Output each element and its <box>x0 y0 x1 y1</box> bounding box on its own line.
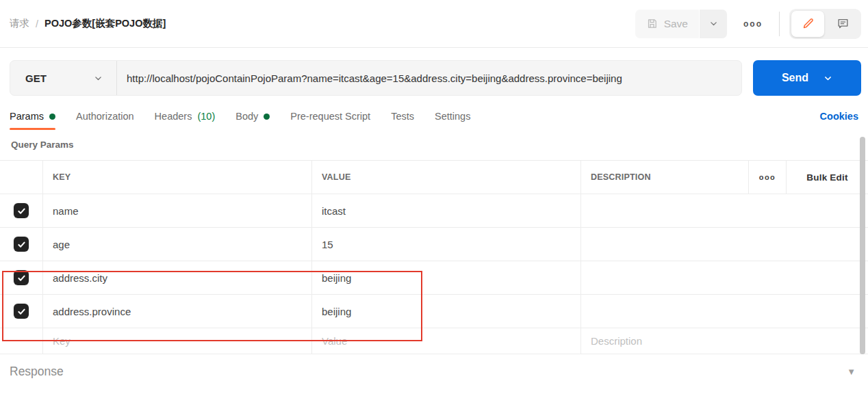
tab-body[interactable]: Body <box>235 111 270 130</box>
pencil-icon <box>802 17 815 30</box>
tab-authorization[interactable]: Authorization <box>76 111 134 130</box>
tab-settings-label: Settings <box>435 111 470 122</box>
response-heading: Response <box>10 365 64 379</box>
tab-pre-request-script[interactable]: Pre-request Script <box>290 111 370 130</box>
save-button-group: Save <box>635 10 727 38</box>
row-checkbox[interactable] <box>14 304 29 319</box>
params-more-options-button[interactable]: ooo <box>748 161 786 194</box>
column-header-value: VALUE <box>311 161 580 194</box>
tab-params[interactable]: Params <box>10 111 55 130</box>
url-input[interactable] <box>117 61 741 95</box>
param-value-cell[interactable]: 15 <box>311 228 580 261</box>
chevron-down-icon <box>824 74 832 83</box>
param-row-name: name itcast <box>0 194 868 228</box>
breadcrumb-separator: / <box>36 18 38 29</box>
query-params-heading: Query Params <box>11 140 858 150</box>
method-url-container: GET <box>10 60 742 96</box>
method-label: GET <box>25 72 47 84</box>
body-active-dot <box>264 114 270 120</box>
more-options-button[interactable]: ooo <box>737 14 769 34</box>
request-tabs: Params Authorization Headers (10) Body P… <box>10 111 858 130</box>
tab-authorization-label: Authorization <box>76 111 134 122</box>
vertical-scrollbar[interactable] <box>860 137 865 354</box>
tab-settings[interactable]: Settings <box>435 111 470 130</box>
tab-tests-label: Tests <box>391 111 414 122</box>
header-select-cell <box>0 161 42 194</box>
tab-body-label: Body <box>235 111 258 122</box>
chevron-down-icon <box>709 19 718 28</box>
param-key-cell[interactable]: address.city <box>42 261 311 294</box>
edit-mode-button[interactable] <box>791 11 824 37</box>
chevron-down-icon <box>94 74 103 83</box>
row-checkbox[interactable] <box>14 203 29 218</box>
new-description-input[interactable]: Description <box>580 328 868 354</box>
cookies-link[interactable]: Cookies <box>820 111 858 130</box>
param-description-cell[interactable] <box>580 228 868 261</box>
send-button-label: Send <box>782 72 808 84</box>
request-title[interactable]: POJO参数[嵌套POJO数据] <box>44 17 166 30</box>
row-checkbox[interactable] <box>14 270 29 285</box>
column-header-key: KEY <box>42 161 311 194</box>
new-param-row: Key Value Description <box>0 328 868 354</box>
params-active-dot <box>49 114 55 120</box>
tab-headers-label: Headers <box>155 111 192 122</box>
pane-toggle-group <box>789 9 861 39</box>
param-value-cell[interactable]: beijing <box>311 261 580 294</box>
breadcrumb-collection: 请求 <box>10 17 29 30</box>
request-builder-page: 请求 / POJO参数[嵌套POJO数据] Save ooo <box>0 0 868 396</box>
save-icon <box>646 18 658 29</box>
comments-button[interactable] <box>826 11 859 37</box>
tab-tests[interactable]: Tests <box>391 111 414 130</box>
method-selector[interactable]: GET <box>10 61 117 95</box>
new-value-input[interactable]: Value <box>311 328 580 354</box>
toolbar-divider <box>779 12 780 36</box>
row-checkbox[interactable] <box>14 237 29 252</box>
response-section-header: Response ▼ <box>0 354 868 379</box>
param-value-cell[interactable]: itcast <box>311 194 580 227</box>
param-description-cell[interactable] <box>580 295 868 328</box>
param-key-cell[interactable]: address.province <box>42 295 311 328</box>
new-key-input[interactable]: Key <box>42 328 311 354</box>
headers-count-badge: (10) <box>197 111 215 122</box>
table-header-row: KEY VALUE DESCRIPTION ooo Bulk Edit <box>0 161 868 194</box>
breadcrumb: 请求 / POJO参数[嵌套POJO数据] <box>10 17 166 30</box>
collapse-response-icon[interactable]: ▼ <box>847 367 856 377</box>
param-description-cell[interactable] <box>580 194 868 227</box>
save-button-label: Save <box>664 18 688 30</box>
comment-icon <box>837 17 850 30</box>
param-row-address-city: address.city beijing <box>0 261 868 295</box>
param-value-cell[interactable]: beijing <box>311 295 580 328</box>
send-button[interactable]: Send <box>753 60 861 96</box>
new-row-select-cell <box>0 328 42 354</box>
param-description-cell[interactable] <box>580 261 868 294</box>
query-params-table: KEY VALUE DESCRIPTION ooo Bulk Edit name… <box>0 160 868 354</box>
param-key-cell[interactable]: age <box>42 228 311 261</box>
tab-pre-request-label: Pre-request Script <box>290 111 370 122</box>
tab-headers[interactable]: Headers (10) <box>155 111 216 130</box>
param-key-cell[interactable]: name <box>42 194 311 227</box>
param-row-age: age 15 <box>0 228 868 261</box>
request-url-bar: GET Send <box>10 60 861 96</box>
header-actions: Save ooo <box>635 9 861 39</box>
save-button[interactable]: Save <box>635 10 699 38</box>
request-header-bar: 请求 / POJO参数[嵌套POJO数据] Save ooo <box>0 0 868 48</box>
tab-params-label: Params <box>10 111 44 122</box>
save-options-button[interactable] <box>700 10 727 38</box>
param-row-address-province: address.province beijing <box>0 295 868 328</box>
bulk-edit-button[interactable]: Bulk Edit <box>786 161 868 194</box>
column-header-description: DESCRIPTION <box>580 161 748 194</box>
